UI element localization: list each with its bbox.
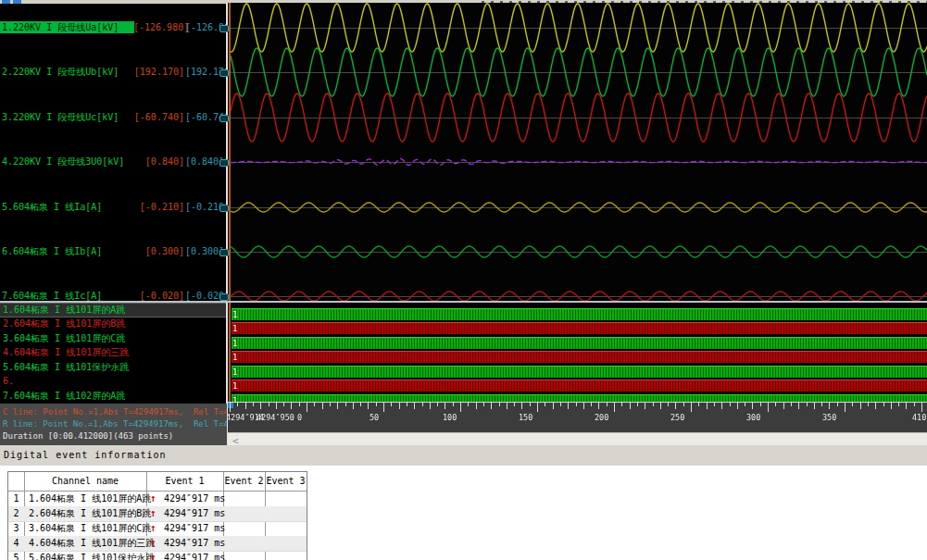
digital-channel-bar[interactable]: 1 — [232, 394, 927, 402]
ruler-tick — [322, 403, 323, 409]
digital-state-value: 1 — [232, 367, 237, 378]
section-title: Digital event information — [4, 450, 167, 460]
event-rising-edge-icon: ↑ — [150, 492, 157, 506]
ruler-tick — [660, 403, 661, 409]
event-table-row[interactable]: 44.604柘泉 I 线101屏的三跳↑4294″917 ms — [8, 536, 307, 552]
ruler-tick — [407, 403, 407, 406]
analog-channel-label[interactable]: 3.220KV I 段母线Uc[kV] — [0, 111, 119, 123]
ruler-tick — [430, 403, 431, 409]
event-table-row[interactable]: 55.604柘泉 I 线101保护永跳↑4294″917 ms — [8, 551, 307, 560]
digital-channel-bar[interactable]: 1 — [232, 308, 927, 320]
ruler-tick — [621, 403, 622, 406]
cursor-handle-marker[interactable] — [228, 403, 233, 408]
ruler-tick — [698, 403, 699, 406]
digital-channel-label[interactable]: 2.604柘泉 I 线101屏的B跳 — [0, 317, 227, 330]
digital-channel-label[interactable]: 1.604柘泉 I 线101屏的A跳 — [0, 304, 227, 317]
digital-channel-bar[interactable]: 1 — [232, 337, 927, 349]
digital-channel-bar[interactable]: 1 — [232, 380, 927, 392]
c-line-status: C line: Point No.=1,Abs T=4294917ms, Rel… — [3, 406, 227, 417]
analog-channel-row[interactable]: 5.604柘泉 I 线Ia[A][-0.210][-0.210] — [0, 201, 227, 213]
analog-channel-value-primary: [192.170] — [133, 66, 184, 78]
ruler-tick — [530, 403, 531, 406]
event-table-row[interactable]: 22.604柘泉 I 线101屏的B跳↑4294″917 ms — [8, 506, 307, 522]
ruler-tick — [269, 403, 269, 406]
digital-waveform-area[interactable]: 1111111 — [228, 302, 927, 402]
ruler-tick — [483, 403, 484, 406]
ruler-tick — [353, 403, 354, 409]
ruler-tick — [583, 403, 584, 409]
event1-time: 4294″917 ms — [164, 492, 225, 506]
time-axis-ruler[interactable]: 4294″9144294″950050100150200250300350410 — [228, 402, 927, 433]
event-channel-name: 2.604柘泉 I 线101屏的B跳 — [29, 506, 151, 521]
channel-zero-handle[interactable] — [219, 159, 229, 167]
event1-time: 4294″917 ms — [164, 551, 225, 560]
digital-channel-label[interactable]: 5.604柘泉 I 线101保护永跳 — [0, 361, 227, 374]
event1-time: 4294″917 ms — [164, 521, 225, 536]
ruler-tick — [576, 403, 577, 406]
time-cursor-line[interactable] — [229, 3, 231, 402]
ruler-tick — [491, 403, 492, 409]
ruler-tick — [737, 403, 738, 409]
ruler-tick — [868, 403, 869, 406]
analog-channel-row[interactable]: 3.220KV I 段母线Uc[kV][-60.740][-60.740] — [0, 111, 227, 123]
ruler-tick — [391, 403, 392, 406]
ruler-tick — [791, 403, 792, 406]
channel-zero-handle[interactable] — [219, 69, 229, 77]
ruler-tick — [683, 403, 684, 406]
analog-channel-row[interactable]: 4.220KV I 段母线3U0[kV][0.840][0.840] — [0, 156, 227, 168]
analog-channel-row[interactable]: 2.220KV I 段母线Ub[kV][192.170][192.170] — [0, 66, 227, 78]
digital-state-value: 1 — [232, 352, 237, 363]
ruler-time-label: 100 — [443, 413, 457, 422]
channel-label-panel: 1.220KV I 段母线Ua[kV][-126.980][-126.980]2… — [0, 4, 227, 404]
digital-channel-label[interactable]: 3.604柘泉 I 线101屏的C跳 — [0, 332, 227, 345]
ruler-tick — [614, 403, 615, 412]
ruler-tick — [637, 403, 638, 406]
event1-time: 4294″917 ms — [164, 536, 225, 551]
ruler-tick — [476, 403, 477, 409]
ruler-time-label: 50 — [370, 413, 379, 422]
analog-channel-label[interactable]: 1.220KV I 段母线Ua[kV] — [0, 21, 134, 33]
analog-channel-label[interactable]: 2.220KV I 段母线Ub[kV] — [0, 66, 119, 78]
ruler-tick — [307, 403, 307, 412]
analog-channel-label[interactable]: 5.604柘泉 I 线Ia[A] — [0, 201, 102, 213]
ruler-tick — [653, 403, 654, 406]
ruler-tick — [707, 403, 708, 409]
digital-channel-bar[interactable]: 1 — [232, 351, 927, 363]
digital-channel-label[interactable]: 4.604柘泉 I 线101屏的三跳 — [0, 346, 227, 359]
channel-zero-handle[interactable] — [219, 293, 229, 301]
digital-channel-label[interactable]: 7.604柘泉 I 线102屏的A跳 — [0, 390, 227, 403]
event-table-row[interactable]: 33.604柘泉 I 线101屏的C跳↑4294″917 ms — [8, 521, 307, 537]
fault-record-viewer-window: 1.220KV I 段母线Ua[kV][-126.980][-126.980]2… — [0, 0, 927, 560]
digital-channel-bar[interactable]: 1 — [232, 366, 927, 378]
ruler-tick — [814, 403, 815, 409]
channel-zero-handle[interactable] — [219, 205, 229, 212]
ruler-tick — [345, 403, 346, 406]
ruler-tick — [283, 403, 284, 406]
ruler-tick — [376, 403, 377, 406]
ruler-tick — [360, 403, 361, 406]
waveform-panel[interactable]: 1111111 — [228, 3, 927, 402]
channel-zero-handle[interactable] — [219, 249, 229, 256]
analog-channel-label[interactable]: 6.604柘泉 I 线Ib[A] — [0, 245, 102, 257]
channel-zero-handle[interactable] — [219, 25, 229, 32]
ruler-tick — [875, 403, 876, 409]
ruler-time-label: 410 — [912, 413, 926, 422]
ruler-tick — [783, 403, 784, 409]
table-header-e3: Event 3 — [265, 472, 307, 492]
ruler-tick — [230, 403, 231, 412]
ruler-tick — [721, 403, 722, 409]
channel-zero-handle[interactable] — [219, 115, 229, 122]
section-header-bar: Digital event information — [0, 445, 927, 466]
digital-channel-label[interactable]: 6. — [0, 375, 227, 388]
event-table-row[interactable]: 11.604柘泉 I 线101屏的A跳↑4294″917 ms — [8, 492, 307, 507]
event-rising-edge-icon: ↑ — [150, 506, 157, 521]
analog-channel-label[interactable]: 4.220KV I 段母线3U0[kV] — [0, 156, 124, 168]
digital-channel-bar[interactable]: 1 — [232, 322, 927, 334]
ruler-tick — [752, 403, 753, 409]
event-rising-edge-icon: ↑ — [150, 521, 157, 536]
ruler-time-label: 4294″950 — [257, 413, 294, 422]
analog-channel-row[interactable]: 6.604柘泉 I 线Ib[A][0.300][0.300] — [0, 245, 227, 257]
ruler-tick — [422, 403, 423, 406]
analog-channel-value-primary: [0.840] — [133, 156, 184, 168]
analog-channel-row[interactable]: 1.220KV I 段母线Ua[kV][-126.980][-126.980] — [0, 21, 227, 33]
